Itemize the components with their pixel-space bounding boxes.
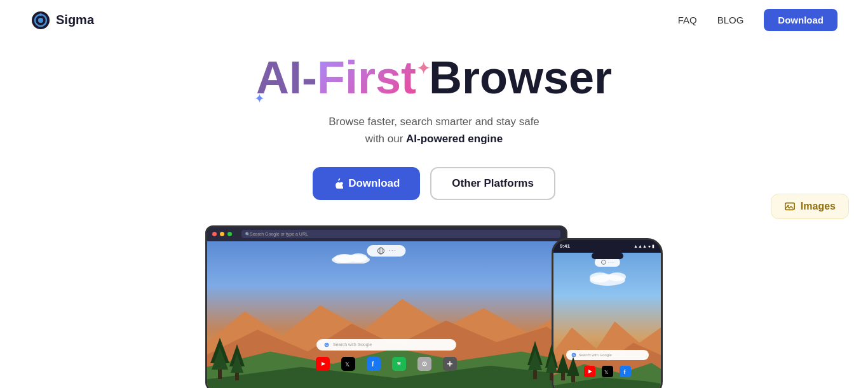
- hero-subtitle: Browse faster, search smarter and stay s…: [0, 113, 868, 147]
- star-decoration-pink: ✦: [416, 58, 431, 79]
- trees-left: [210, 338, 248, 388]
- phone-mockup: 9:41 ▲▲▲ ● ▮: [552, 238, 663, 388]
- tablet-browser-chrome: · · ·: [367, 245, 405, 257]
- svg-text:G: G: [325, 343, 328, 346]
- add-icon: [443, 357, 457, 371]
- svg-point-46: [608, 272, 626, 281]
- apple-icon: [333, 178, 343, 189]
- title-ai: AI-: [256, 52, 317, 103]
- svg-text:f: f: [623, 369, 626, 375]
- nav-download-button[interactable]: Download: [764, 9, 837, 31]
- dot-yellow: [220, 232, 224, 236]
- svg-text:𝕏: 𝕏: [604, 370, 609, 375]
- svg-rect-53: [561, 373, 565, 380]
- svg-rect-30: [533, 370, 537, 379]
- twitter-icon: 𝕏: [341, 357, 355, 371]
- address-bar-icon: 🔍: [245, 232, 250, 236]
- svg-rect-33: [550, 373, 553, 380]
- facebook-icon: f: [367, 357, 381, 371]
- dot-green: [227, 232, 232, 236]
- phone-youtube-icon: [584, 366, 595, 377]
- navigation: Sigma FAQ BLOG Download: [0, 0, 868, 40]
- phone-screen: · · ·: [553, 253, 661, 388]
- dot-red: [212, 232, 217, 236]
- tablet-app-icons: 𝕏 f: [316, 357, 457, 371]
- svg-point-3: [39, 13, 42, 16]
- phone-trees-left: [557, 354, 579, 388]
- tab-dots: · · ·: [388, 248, 395, 253]
- address-bar[interactable]: 🔍 Search Google or type a URL: [241, 230, 560, 238]
- images-icon: [784, 201, 796, 212]
- globe-icon-tablet: [377, 247, 384, 255]
- svg-marker-52: [557, 354, 569, 373]
- faq-link[interactable]: FAQ: [678, 15, 697, 25]
- plus-icon-container: [443, 357, 457, 371]
- tablet-mockup: 🔍 Search Google or type a URL: [205, 225, 567, 388]
- phone-notch: 9:41 ▲▲▲ ● ▮: [553, 240, 661, 253]
- facebook-icon-container: f: [367, 357, 381, 371]
- svg-rect-27: [235, 373, 239, 380]
- phone-status: ▲▲▲ ● ▮: [634, 244, 654, 249]
- logo-text: Sigma: [56, 13, 94, 27]
- star-decoration-blue: ✦: [254, 91, 265, 106]
- phone-browser-chrome: · · ·: [594, 258, 620, 267]
- address-text: Search Google or type a URL: [250, 232, 308, 236]
- google-g-icon-tablet: G: [324, 342, 329, 347]
- hero-title: AI-First Browser: [0, 53, 868, 103]
- svg-point-14: [349, 253, 367, 262]
- svg-point-45: [590, 272, 610, 283]
- phone-time: 9:41: [560, 243, 570, 249]
- svg-marker-58: [588, 370, 592, 373]
- svg-marker-36: [322, 362, 325, 366]
- svg-text:𝕏: 𝕏: [345, 361, 349, 368]
- svg-point-39: [396, 361, 402, 367]
- spotify-icon-container: [392, 357, 406, 371]
- spotify-icon: [392, 357, 406, 371]
- globe-icon-phone: [600, 260, 606, 265]
- hero-buttons: Download Other Platforms: [0, 167, 868, 200]
- title-browser: Browser: [416, 52, 612, 103]
- badge-images: Images: [771, 194, 849, 219]
- dynamic-island: [592, 253, 623, 259]
- tablet-top-bar: 🔍 Search Google or type a URL: [207, 227, 566, 241]
- logo-icon: [31, 10, 51, 30]
- svg-point-47: [601, 260, 606, 264]
- svg-point-2: [38, 18, 43, 23]
- svg-marker-54: [567, 357, 579, 376]
- phone-app-icons: 𝕏 f: [584, 366, 631, 377]
- svg-point-41: [424, 363, 425, 365]
- hero-download-button[interactable]: Download: [313, 167, 420, 200]
- settings-icon: [417, 357, 431, 371]
- phone-clouds: [582, 269, 633, 286]
- svg-rect-24: [218, 370, 222, 379]
- phone-twitter-icon: 𝕏: [602, 366, 613, 377]
- title-first: First: [317, 52, 416, 103]
- phone-facebook-icon: f: [620, 366, 631, 377]
- youtube-icon: [316, 357, 330, 371]
- svg-rect-55: [571, 376, 575, 382]
- svg-text:f: f: [372, 361, 374, 368]
- trees-right: [527, 341, 559, 388]
- tablet-screen: · · ·: [207, 241, 566, 388]
- youtube-icon-container: [316, 357, 330, 371]
- settings-icon-container: [417, 357, 431, 371]
- logo[interactable]: Sigma: [31, 10, 94, 30]
- blog-link[interactable]: BLOG: [717, 15, 744, 25]
- tablet-search-bar[interactable]: G Search with Google: [316, 339, 456, 351]
- twitter-icon-container: 𝕏: [341, 357, 355, 371]
- nav-links: FAQ BLOG Download: [678, 9, 837, 31]
- other-platforms-button[interactable]: Other Platforms: [430, 167, 555, 200]
- hero-section: ✦ ✦ AI-First Browser Browse faster, sear…: [0, 40, 868, 200]
